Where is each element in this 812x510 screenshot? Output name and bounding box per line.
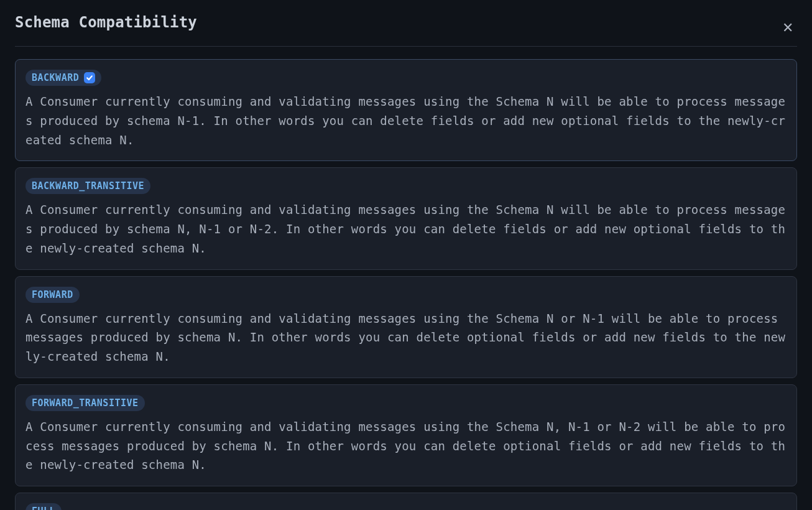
schema-compatibility-panel[interactable]: Schema Compatibility ✕ BACKWARDA Consume… [0, 0, 812, 510]
compatibility-option[interactable]: FULLFORWARD + BACKWARD Compatibility. [15, 493, 797, 510]
option-key: FULL [32, 506, 55, 510]
compatibility-option[interactable]: FORWARDA Consumer currently consuming an… [15, 276, 797, 378]
option-key: BACKWARD_TRANSITIVE [32, 180, 144, 192]
option-description: A Consumer currently consuming and valid… [25, 92, 787, 149]
option-key: BACKWARD [32, 72, 79, 83]
panel-header: Schema Compatibility ✕ [15, 0, 797, 47]
close-icon: ✕ [782, 20, 793, 35]
options-list: BACKWARDA Consumer currently consuming a… [15, 59, 797, 510]
compatibility-option[interactable]: BACKWARD_TRANSITIVEA Consumer currently … [15, 167, 797, 269]
option-chip: FORWARD_TRANSITIVE [25, 395, 145, 411]
close-button[interactable]: ✕ [778, 19, 797, 37]
option-chip: FORWARD [25, 287, 80, 303]
option-key: FORWARD_TRANSITIVE [32, 397, 139, 409]
option-key: FORWARD [32, 289, 73, 300]
option-description: A Consumer currently consuming and valid… [25, 309, 787, 366]
check-icon [84, 72, 95, 83]
option-description: A Consumer currently consuming and valid… [25, 417, 787, 475]
option-chip: BACKWARD [25, 70, 101, 86]
option-chip: FULL [25, 503, 62, 510]
option-chip: BACKWARD_TRANSITIVE [25, 178, 150, 194]
option-description: A Consumer currently consuming and valid… [25, 200, 787, 257]
compatibility-option[interactable]: FORWARD_TRANSITIVEA Consumer currently c… [15, 384, 797, 486]
page-title: Schema Compatibility [15, 14, 197, 31]
compatibility-option[interactable]: BACKWARDA Consumer currently consuming a… [15, 59, 797, 161]
